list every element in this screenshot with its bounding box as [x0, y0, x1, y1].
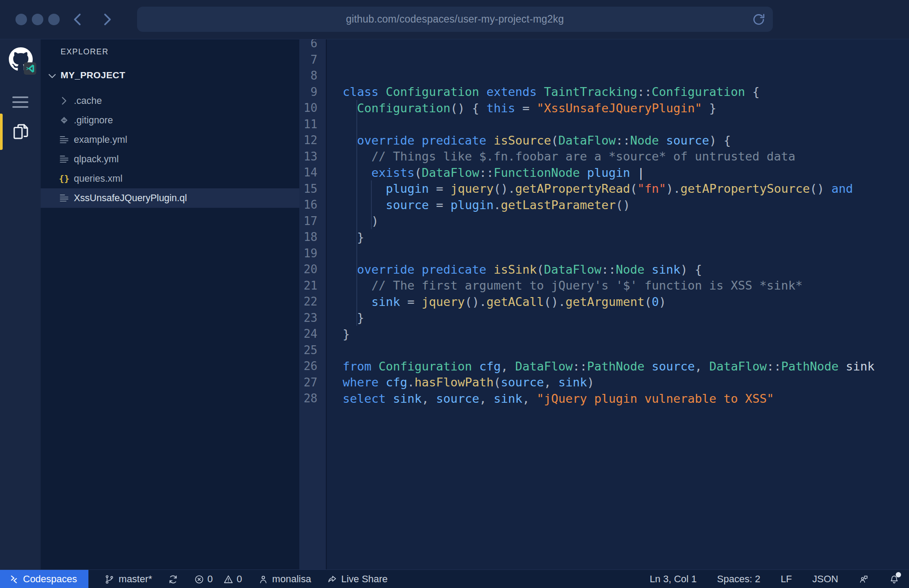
code-line[interactable]: 6	[299, 39, 909, 52]
code-text: select sink, source, sink, "jQuery plugi…	[326, 392, 774, 405]
status-item-indentation[interactable]: Spaces: 2	[717, 570, 760, 588]
line-number[interactable]: 12	[299, 134, 326, 147]
line-number[interactable]: 22	[299, 295, 326, 308]
status-item-feedback[interactable]	[859, 570, 869, 588]
line-number[interactable]: 20	[299, 263, 326, 276]
code-text: class Configuration extends TaintTrackin…	[326, 85, 760, 99]
line-number[interactable]: 23	[299, 311, 326, 325]
menu-icon[interactable]	[11, 92, 30, 107]
line-number[interactable]: 11	[299, 118, 326, 131]
code-line[interactable]: 8	[299, 68, 909, 84]
feedback-icon	[859, 574, 869, 584]
line-number[interactable]: 9	[299, 85, 326, 99]
code-line[interactable]: 15 plugin = jquery().getAPropertyRead("f…	[299, 181, 909, 197]
code-line[interactable]: 24}	[299, 326, 909, 342]
activity-item-explorer[interactable]	[0, 114, 41, 150]
explorer-header: EXPLORER	[61, 47, 108, 57]
code-line[interactable]: 9class Configuration extends TaintTracki…	[299, 84, 909, 100]
code-line[interactable]: 23 }	[299, 310, 909, 326]
address-bar[interactable]: github.com/codespaces/user-my-project-mg…	[137, 7, 773, 32]
bell-icon	[889, 574, 899, 584]
tree-item-label: queries.xml	[74, 173, 122, 184]
code-line[interactable]: 21 // The first argument to jQuery's '$'…	[299, 278, 909, 294]
code-line[interactable]: 26from Configuration cfg, DataFlow::Path…	[299, 358, 909, 374]
status-item-label: monalisa	[272, 573, 311, 585]
code-line[interactable]: 27where cfg.hasFlowPath(source, sink)	[299, 374, 909, 391]
sync-icon	[168, 574, 178, 584]
code-line[interactable]: 16 source = plugin.getLastParameter()	[299, 197, 909, 213]
code-line[interactable]: 22 sink = jquery().getACall().getArgumen…	[299, 294, 909, 310]
remote-icon	[9, 574, 19, 584]
forward-icon[interactable]	[99, 11, 115, 27]
code-line[interactable]: 12 override predicate isSource(DataFlow:…	[299, 132, 909, 149]
line-number[interactable]: 16	[299, 198, 326, 211]
line-number[interactable]: 8	[299, 69, 326, 82]
file-tree: .cache.gitignoreexample.ymlqlpack.yml{}q…	[41, 91, 299, 208]
count-label: 0	[237, 573, 242, 585]
status-item-label: LF	[781, 573, 792, 585]
status-item-notifications[interactable]	[889, 570, 899, 588]
line-number[interactable]: 26	[299, 359, 326, 373]
status-item-cursor-position[interactable]: Ln 3, Col 1	[649, 570, 696, 588]
line-number[interactable]: 17	[299, 214, 326, 228]
code-line[interactable]: 20 override predicate isSink(DataFlow::N…	[299, 261, 909, 278]
line-number[interactable]: 19	[299, 247, 326, 260]
window-control-dot[interactable]	[48, 14, 60, 25]
line-number[interactable]: 6	[299, 39, 326, 50]
line-number[interactable]: 10	[299, 101, 326, 115]
chevron-down-icon	[47, 71, 57, 81]
tree-item-example.yml[interactable]: example.yml	[41, 130, 299, 149]
status-item-language-mode[interactable]: JSON	[812, 570, 838, 588]
github-codespaces-logo[interactable]	[9, 47, 37, 76]
code-line[interactable]: 7	[299, 52, 909, 68]
code-line[interactable]: 14 exists(DataFlow::FunctionNode plugin …	[299, 164, 909, 181]
code-text: }	[326, 327, 350, 341]
code-line[interactable]: 19	[299, 245, 909, 262]
line-number[interactable]: 25	[299, 344, 326, 357]
line-number[interactable]: 14	[299, 166, 326, 179]
code-text: source = plugin.getLastParameter()	[326, 198, 630, 212]
code-text: override predicate isSource(DataFlow::No…	[326, 134, 731, 147]
line-number[interactable]: 21	[299, 279, 326, 292]
code-line[interactable]: 25	[299, 342, 909, 359]
url-text: github.com/codespaces/user-my-project-mg…	[346, 13, 564, 25]
line-number[interactable]: 13	[299, 150, 326, 163]
code-line[interactable]: 11	[299, 116, 909, 133]
code-editor[interactable]: 6789class Configuration extends TaintTra…	[299, 39, 909, 570]
code-line[interactable]: 18 }	[299, 229, 909, 245]
line-number[interactable]: 28	[299, 392, 326, 405]
line-number[interactable]: 7	[299, 53, 326, 66]
code-line[interactable]: 28select sink, source, sink, "jQuery plu…	[299, 390, 909, 407]
workbench: EXPLORER MY_PROJECT .cache.gitignoreexam…	[0, 39, 909, 570]
project-root-row[interactable]: MY_PROJECT	[41, 68, 299, 84]
line-number[interactable]: 27	[299, 376, 326, 389]
tree-item-XssUnsafeJQueryPlugin.ql[interactable]: XssUnsafeJQueryPlugin.ql	[41, 188, 299, 208]
person-icon	[258, 574, 268, 584]
line-number[interactable]: 15	[299, 182, 326, 195]
line-number[interactable]: 24	[299, 327, 326, 340]
status-item-label: Spaces: 2	[717, 573, 760, 585]
browser-chrome: github.com/codespaces/user-my-project-mg…	[0, 0, 909, 39]
live-share-icon	[327, 574, 337, 584]
code-text: }	[326, 230, 364, 244]
tree-item-queries.xml[interactable]: {}queries.xml	[41, 169, 299, 188]
tree-item-.gitignore[interactable]: .gitignore	[41, 111, 299, 130]
status-item-live-share[interactable]: Live Share	[327, 570, 388, 588]
tree-item-.cache[interactable]: .cache	[41, 91, 299, 111]
back-icon[interactable]	[70, 11, 86, 27]
status-item-codespaces[interactable]: Codespaces	[0, 570, 88, 588]
code-line[interactable]: 10 Configuration() { this = "XssUnsafeJQ…	[299, 100, 909, 116]
project-name: MY_PROJECT	[61, 70, 125, 80]
line-number[interactable]: 18	[299, 230, 326, 244]
status-item-problems[interactable]: 00	[194, 570, 242, 588]
status-item-user[interactable]: monalisa	[258, 570, 311, 588]
refresh-icon[interactable]	[752, 12, 766, 27]
status-item-sync[interactable]	[168, 570, 178, 588]
code-line[interactable]: 17 )	[299, 213, 909, 229]
window-control-dot[interactable]	[32, 14, 43, 25]
window-control-dot[interactable]	[15, 14, 27, 25]
tree-item-qlpack.yml[interactable]: qlpack.yml	[41, 149, 299, 169]
status-item-git-branch[interactable]: master*	[104, 570, 152, 588]
status-item-eol[interactable]: LF	[781, 570, 792, 588]
code-line[interactable]: 13 // Things like $.fn.foobar are a *sou…	[299, 149, 909, 165]
